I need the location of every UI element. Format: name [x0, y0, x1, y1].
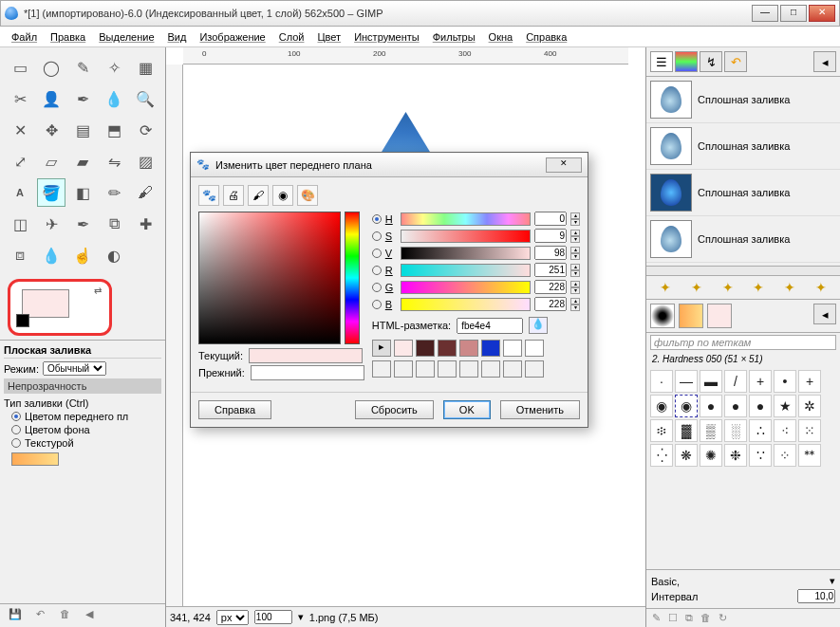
input-s[interactable]	[534, 229, 567, 243]
recent-color[interactable]	[525, 360, 544, 378]
menu-filters[interactable]: Фильтры	[427, 29, 481, 45]
edit-brush-icon[interactable]: ✎	[652, 612, 661, 624]
brush-cell[interactable]: ✺	[700, 444, 722, 467]
tool-paintbrush[interactable]: 🖌	[131, 178, 159, 207]
input-g[interactable]	[534, 280, 567, 294]
tool-airbrush[interactable]: ✈	[37, 210, 65, 238]
refresh-brush-icon[interactable]: ↻	[719, 612, 727, 624]
menu-tools[interactable]: Инструменты	[348, 29, 425, 45]
tool-flip[interactable]: ⇋	[100, 147, 128, 175]
tool-rotate[interactable]: ⟳	[131, 116, 159, 144]
tool-paths[interactable]: ✒	[68, 84, 97, 113]
tool-bucket-fill[interactable]: 🪣	[37, 178, 65, 207]
radio-r[interactable]	[372, 266, 382, 275]
menu-edit[interactable]: Правка	[45, 29, 91, 45]
brush-cell[interactable]: ▒	[700, 419, 722, 442]
menu-image[interactable]: Изображение	[194, 29, 271, 45]
brush-cell[interactable]: ░	[724, 419, 747, 442]
menu-file[interactable]: Файл	[6, 29, 43, 45]
delete-layer-icon[interactable]: ✦	[815, 280, 827, 295]
recent-color[interactable]	[416, 340, 435, 357]
spacing-input[interactable]	[797, 589, 835, 603]
tool-perspective-clone[interactable]: ⧈	[6, 241, 34, 269]
menu-windows[interactable]: Окна	[483, 29, 519, 45]
slider-s[interactable]	[401, 230, 531, 243]
brush-cell[interactable]: +	[798, 370, 821, 393]
recent-color[interactable]	[394, 340, 413, 357]
menu-view[interactable]: Вид	[162, 29, 193, 45]
tool-heal[interactable]: ✚	[131, 210, 159, 238]
tool-foreground[interactable]: 👤	[37, 84, 65, 113]
tool-align[interactable]: ▤	[68, 116, 97, 144]
brush-cell[interactable]: —	[675, 370, 698, 393]
brush-cell[interactable]: ፨	[650, 419, 673, 442]
brush-cell[interactable]: ∴	[749, 419, 772, 442]
brush-panel-menu-icon[interactable]: ◂	[813, 304, 836, 324]
input-v[interactable]	[534, 246, 567, 260]
zoom-input[interactable]	[254, 610, 292, 624]
brush-cell[interactable]: ★	[774, 395, 796, 417]
dialog-close-button[interactable]: ✕	[546, 157, 582, 173]
tab-undo[interactable]: ↶	[724, 51, 747, 72]
brush-cell[interactable]: ❋	[675, 444, 698, 467]
layer-scrollbar[interactable]	[646, 267, 840, 276]
menu-color[interactable]: Цвет	[311, 29, 346, 45]
close-button[interactable]: ✕	[809, 5, 835, 22]
recent-color[interactable]	[394, 360, 413, 378]
slider-r[interactable]	[401, 264, 531, 277]
recent-color[interactable]	[481, 360, 500, 378]
brush-cell[interactable]: ●	[724, 395, 747, 417]
fill-bg-radio[interactable]: Цветом фона	[11, 424, 161, 435]
brush-cell[interactable]: ⁖	[774, 419, 796, 442]
tool-text[interactable]: A	[6, 178, 34, 207]
slider-h[interactable]	[401, 212, 531, 226]
tool-perspective[interactable]: ▰	[68, 147, 97, 175]
brush-cell[interactable]: ·	[650, 370, 673, 393]
slider-v[interactable]	[401, 247, 531, 260]
eyedropper-icon[interactable]: 💧	[529, 317, 548, 334]
tab-channels[interactable]	[675, 51, 698, 72]
input-b[interactable]	[534, 297, 567, 311]
add-color-icon[interactable]: ▸	[372, 340, 391, 357]
unit-select[interactable]: px	[216, 610, 249, 625]
brush-cell[interactable]: ◉	[675, 395, 698, 417]
brush-filter-input[interactable]: фильтр по меткам	[650, 335, 836, 350]
brush-tab-1[interactable]	[650, 304, 675, 328]
tool-zoom[interactable]: 🔍	[131, 84, 159, 113]
brush-preset-label[interactable]: Basic,	[651, 576, 680, 587]
anchor-layer-icon[interactable]: ✦	[784, 280, 795, 295]
brush-cell[interactable]: ▓	[675, 419, 698, 442]
tab-wheel-icon[interactable]: ◉	[272, 185, 293, 206]
restore-options-icon[interactable]: ↶	[32, 608, 47, 623]
delete-brush-icon[interactable]: 🗑	[700, 612, 711, 624]
recent-color[interactable]	[459, 340, 478, 357]
tool-color-select[interactable]: ▦	[131, 53, 159, 82]
ok-button[interactable]: OK	[443, 400, 491, 419]
new-brush-icon[interactable]: ☐	[668, 612, 678, 624]
cancel-button[interactable]: Отменить	[500, 400, 580, 419]
brush-cell[interactable]: •	[774, 370, 796, 393]
tool-crop[interactable]: ⬒	[100, 116, 128, 144]
tool-rect-select[interactable]: ▭	[6, 53, 34, 82]
tool-eraser[interactable]: ◫	[6, 210, 34, 238]
tab-paths[interactable]: ↯	[700, 51, 722, 72]
layer-item[interactable]: Сплошная заливка	[646, 216, 840, 263]
layer-item[interactable]: Сплошная заливка	[646, 77, 840, 123]
brush-cell[interactable]: ◉	[650, 395, 673, 417]
background-color-swatch[interactable]	[16, 314, 29, 327]
tool-measure[interactable]: ✕	[6, 116, 34, 144]
dialog-titlebar[interactable]: 🐾 Изменить цвет переднего плана ✕	[191, 153, 588, 177]
opacity-slider[interactable]: Непрозрачность	[4, 378, 161, 394]
radio-h[interactable]	[372, 214, 382, 224]
recent-color[interactable]	[438, 360, 457, 378]
fill-pattern-radio[interactable]: Текстурой	[11, 437, 161, 449]
tool-shear[interactable]: ▱	[37, 147, 65, 175]
sv-picker[interactable]	[198, 212, 341, 344]
reset-button[interactable]: Сбросить	[355, 400, 434, 419]
brush-tab-3[interactable]	[707, 304, 732, 328]
radio-s[interactable]	[372, 231, 382, 241]
tool-pencil[interactable]: ✏	[100, 178, 128, 207]
brush-cell[interactable]: ●	[749, 395, 772, 417]
tab-layers[interactable]: ☰	[650, 51, 673, 72]
recent-color[interactable]	[481, 340, 500, 357]
